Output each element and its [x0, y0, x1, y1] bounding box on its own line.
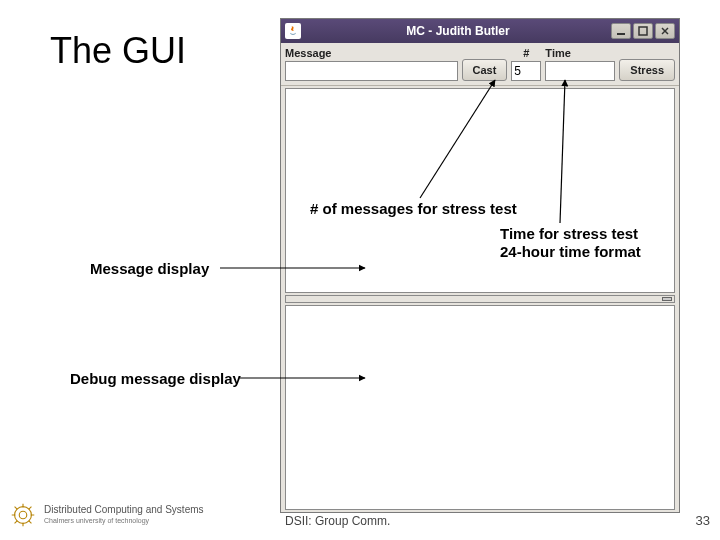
- page-title: The GUI: [50, 30, 186, 72]
- close-button[interactable]: [655, 23, 675, 39]
- window-title: MC - Judith Butler: [307, 24, 609, 38]
- num-label: #: [511, 45, 541, 61]
- minimize-button[interactable]: [611, 23, 631, 39]
- footer-page-number: 33: [696, 513, 710, 528]
- split-handle[interactable]: [285, 295, 675, 303]
- window: MC - Judith Butler Message Cast # Time S…: [280, 18, 680, 513]
- message-label: Message: [285, 45, 458, 61]
- footer-org: Distributed Computing and Systems Chalme…: [44, 504, 204, 526]
- svg-point-9: [19, 511, 27, 519]
- toolbar: Message Cast # Time Stress: [281, 43, 679, 86]
- footer-org-line1: Distributed Computing and Systems: [44, 504, 204, 515]
- footer-org-line2: Chalmers university of technology: [44, 515, 204, 526]
- annotation-time-line2: 24-hour time format: [500, 243, 641, 260]
- annotation-count: # of messages for stress test: [310, 200, 517, 217]
- message-display-pane[interactable]: [285, 88, 675, 293]
- svg-rect-0: [617, 33, 625, 35]
- annotation-dbg-pane: Debug message display: [70, 370, 241, 387]
- time-label: Time: [545, 45, 615, 61]
- gear-icon: [8, 500, 38, 530]
- debug-display-pane[interactable]: [285, 305, 675, 510]
- java-icon: [285, 23, 301, 39]
- svg-rect-1: [639, 27, 647, 35]
- cast-button[interactable]: Cast: [462, 59, 508, 81]
- maximize-button[interactable]: [633, 23, 653, 39]
- time-input[interactable]: [545, 61, 615, 81]
- footer-center: DSII: Group Comm.: [285, 514, 390, 528]
- footer-logo: Distributed Computing and Systems Chalme…: [8, 500, 204, 530]
- time-column: Time: [545, 45, 615, 81]
- annotation-msg-pane: Message display: [90, 260, 209, 277]
- split-down-icon: [662, 297, 672, 301]
- titlebar: MC - Judith Butler: [281, 19, 679, 43]
- stress-button[interactable]: Stress: [619, 59, 675, 81]
- num-column: #: [511, 45, 541, 81]
- annotation-time-line1: Time for stress test: [500, 225, 638, 242]
- num-input[interactable]: [511, 61, 541, 81]
- message-input[interactable]: [285, 61, 458, 81]
- message-column: Message: [285, 45, 458, 81]
- annotation-time: Time for stress test 24-hour time format: [500, 225, 641, 261]
